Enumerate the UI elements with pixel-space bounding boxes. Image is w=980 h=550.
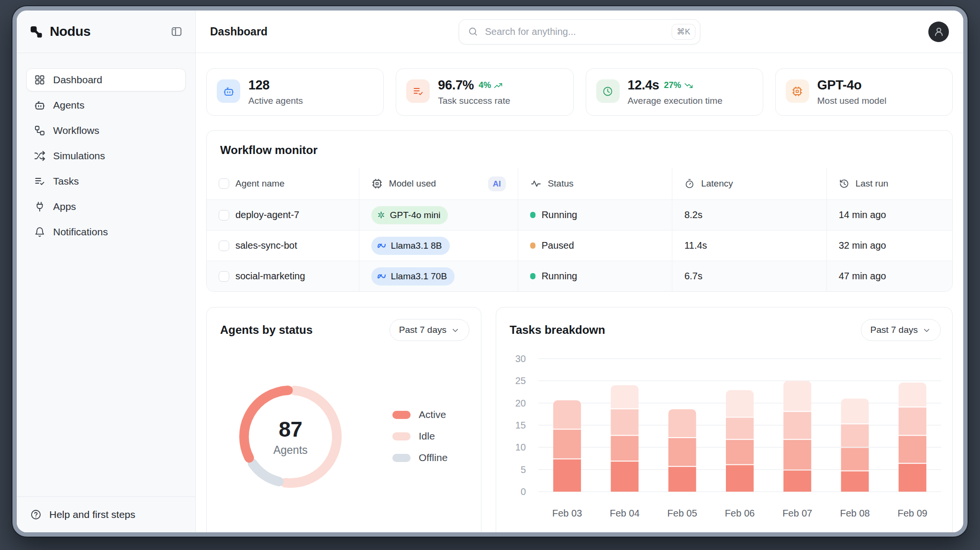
table-row-sales-sync-bot[interactable]: sales-sync-botLlama3.1 8BPaused11.4s32 m…: [207, 230, 952, 261]
stat-value: 128: [248, 78, 269, 93]
legend-swatch: [392, 411, 411, 419]
stat-delta: 27%: [664, 80, 693, 90]
trend-up-icon: [493, 81, 503, 90]
column-label: Model used: [389, 178, 436, 189]
bell-icon: [34, 226, 45, 238]
model-badge: GPT-4o mini: [371, 206, 448, 224]
help-link[interactable]: Help and first steps: [17, 496, 195, 532]
stat-label: Task success rate: [438, 96, 510, 106]
bar-segment: [899, 383, 926, 407]
latency-value: 6.7s: [684, 271, 702, 282]
page-title: Dashboard: [210, 25, 267, 38]
bar-segment: [726, 465, 754, 492]
latency-value: 8.2s: [684, 209, 702, 220]
main-area: Dashboard ⌘K 128Active agents96.7%4%Task…: [196, 11, 963, 532]
top-bar: Dashboard ⌘K: [196, 11, 963, 53]
bar-segment: [611, 462, 638, 492]
meta-logo: [377, 241, 387, 251]
model-badge: Llama3.1 70B: [371, 267, 455, 286]
row-checkbox[interactable]: [219, 271, 229, 282]
bar-segment: [726, 390, 754, 417]
plug-icon: [34, 201, 45, 212]
legend-label: Offline: [419, 452, 447, 463]
bar-segment: [783, 471, 811, 492]
bar-segment: [668, 409, 696, 437]
table-row-deploy-agent-7[interactable]: deploy-agent-7GPT-4o miniRunning8.2s14 m…: [207, 199, 952, 230]
row-checkbox[interactable]: [219, 241, 229, 251]
column-header-latency: Latency: [672, 168, 826, 199]
svg-text:Feb 09: Feb 09: [898, 508, 927, 518]
status-label: Running: [542, 271, 578, 282]
last-run-value: 32 min ago: [839, 240, 886, 251]
svg-text:Feb 04: Feb 04: [610, 508, 639, 518]
stat-label: Most used model: [817, 96, 887, 106]
stat-delta-value: 27%: [664, 80, 681, 90]
sidebar-item-dashboard[interactable]: Dashboard: [26, 68, 186, 91]
cpu-icon: [786, 79, 809, 103]
sidebar-item-notifications[interactable]: Notifications: [26, 220, 186, 243]
sidebar-toggle-icon[interactable]: [170, 25, 183, 38]
stat-card-most-used-model: GPT-4oMost used model: [775, 68, 953, 116]
donut-segment-active: [244, 390, 288, 458]
openai-logo: [377, 210, 386, 220]
table-row-social-marketing[interactable]: social-marketingLlama3.1 70BRunning6.7s4…: [207, 261, 952, 291]
user-avatar[interactable]: [928, 22, 949, 42]
sidebar-item-workflows[interactable]: Workflows: [26, 119, 186, 142]
status-dot: [530, 212, 535, 218]
search-box[interactable]: ⌘K: [459, 19, 701, 44]
bar-segment: [841, 448, 869, 470]
desktop-background: Nodus DashboardAgentsWorkflowsSimulation…: [0, 0, 980, 550]
robot-icon: [34, 99, 45, 111]
legend-label: Idle: [419, 430, 435, 442]
status-label: Running: [542, 209, 578, 220]
status-dot: [530, 273, 535, 279]
stat-card-average-execution-time: 12.4s27%Average execution time: [586, 68, 763, 116]
sidebar-item-label: Tasks: [53, 176, 79, 187]
sidebar-item-tasks[interactable]: Tasks: [26, 170, 186, 193]
stat-label: Active agents: [248, 96, 303, 106]
dashboard-content: 128Active agents96.7%4%Task success rate…: [196, 53, 963, 532]
row-checkbox[interactable]: [219, 210, 229, 220]
svg-text:Feb 03: Feb 03: [552, 508, 582, 518]
stat-value: GPT-4o: [817, 78, 862, 93]
help-icon: [30, 509, 42, 520]
sidebar-item-agents[interactable]: Agents: [26, 94, 186, 117]
search-input[interactable]: [484, 26, 666, 38]
model-name: Llama3.1 70B: [391, 271, 447, 282]
legend-item-offline: Offline: [392, 452, 447, 463]
bar-segment: [611, 436, 638, 461]
status-dot: [530, 242, 535, 249]
last-run-value: 47 min ago: [839, 271, 886, 282]
timer-icon: [684, 178, 695, 189]
stat-delta-value: 4%: [479, 80, 491, 90]
sidebar-item-simulations[interactable]: Simulations: [26, 144, 186, 167]
meta-logo: [377, 271, 387, 281]
robot-icon: [217, 79, 240, 103]
list-check-icon: [34, 176, 45, 187]
agents-range-dropdown[interactable]: Past 7 days: [390, 319, 469, 341]
svg-text:5: 5: [521, 464, 526, 475]
agent-name: deploy-agent-7: [235, 209, 299, 220]
tasks-breakdown-card: Tasks breakdown Past 7 days 302520151050…: [496, 307, 953, 532]
table-header-row: Agent nameModel usedAIStatusLatencyLast …: [207, 168, 952, 199]
legend-swatch: [392, 432, 411, 440]
help-label: Help and first steps: [49, 509, 135, 520]
sidebar-item-apps[interactable]: Apps: [26, 195, 186, 218]
svg-text:10: 10: [515, 442, 526, 452]
column-label: Agent name: [235, 178, 284, 189]
agents-by-status-title: Agents by status: [220, 323, 312, 337]
stat-card-active-agents: 128Active agents: [206, 68, 384, 116]
bar-segment: [841, 424, 869, 447]
select-all-checkbox[interactable]: [219, 178, 229, 189]
svg-text:0: 0: [521, 486, 526, 497]
column-header-model-used: Model usedAI: [359, 168, 518, 199]
list-check-icon: [406, 79, 430, 103]
svg-text:Feb 06: Feb 06: [725, 508, 755, 518]
chevron-down-icon: [451, 326, 460, 335]
legend-label: Active: [419, 409, 446, 420]
column-header-last-run: Last run: [826, 168, 952, 199]
svg-text:25: 25: [515, 375, 526, 386]
bar-segment: [726, 418, 754, 439]
bar-segment: [899, 407, 926, 435]
agent-name: social-marketing: [235, 271, 305, 282]
